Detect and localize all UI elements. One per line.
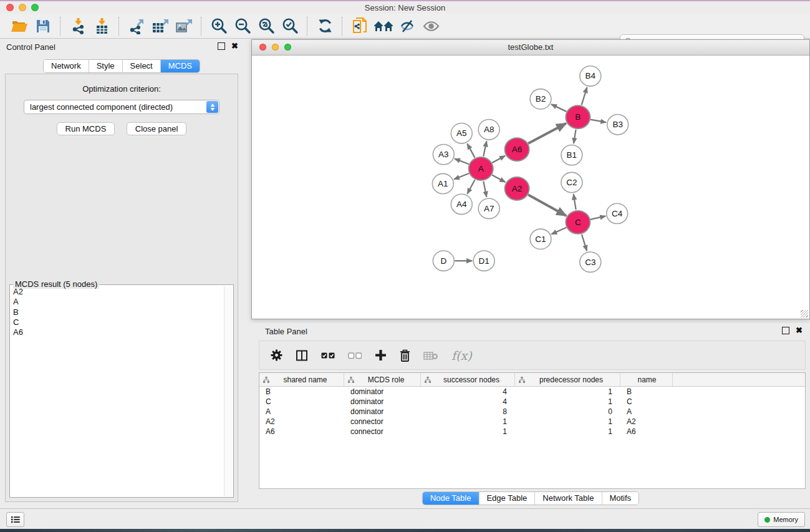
create-column-plus-icon[interactable]	[375, 349, 387, 361]
tab-mcds[interactable]: MCDS	[161, 60, 200, 72]
node-D1[interactable]: D1	[473, 251, 494, 271]
node-A3[interactable]: A3	[433, 144, 454, 164]
column-header-name[interactable]: name	[620, 373, 673, 386]
table-tab-network-table[interactable]: Network Table	[535, 492, 602, 505]
node-C1[interactable]: C1	[530, 229, 551, 249]
import-table-icon[interactable]	[90, 16, 113, 37]
node-A4[interactable]: A4	[451, 194, 472, 214]
node-B4[interactable]: B4	[580, 66, 601, 86]
cell[interactable]: C	[620, 397, 673, 407]
edge-C-C4[interactable]	[591, 216, 605, 219]
delete-column-trash-icon[interactable]	[400, 349, 410, 362]
cell[interactable]: A2	[620, 417, 673, 427]
zoom-selected-icon[interactable]	[278, 16, 302, 37]
cell[interactable]: 8	[421, 407, 515, 417]
table-tab-node-table[interactable]: Node Table	[423, 492, 480, 505]
node-A8[interactable]: A8	[478, 120, 499, 140]
table-tab-edge-table[interactable]: Edge Table	[479, 492, 535, 505]
cell[interactable]: 1	[515, 387, 620, 397]
zoom-out-icon[interactable]	[231, 16, 254, 37]
cell[interactable]: 1	[515, 397, 620, 407]
export-network-icon[interactable]	[125, 16, 148, 37]
edge-A-A4[interactable]	[467, 180, 475, 194]
edge-B-B4[interactable]	[582, 87, 587, 105]
edge-B-B3[interactable]	[591, 120, 606, 123]
cell[interactable]: A	[620, 407, 673, 417]
show-details-eye-icon[interactable]	[419, 16, 443, 37]
edge-A-A3[interactable]	[455, 158, 469, 164]
result-item-b[interactable]: B	[11, 307, 224, 317]
zoom-in-icon[interactable]	[207, 16, 231, 37]
close-panel-icon[interactable]: ✖	[231, 42, 238, 50]
clone-network-icon[interactable]	[348, 16, 372, 37]
select-all-icon[interactable]	[321, 352, 335, 359]
cell[interactable]: C	[259, 397, 344, 407]
cell[interactable]: dominator	[344, 407, 421, 417]
result-scrollbar[interactable]	[224, 286, 233, 496]
task-history-button[interactable]	[6, 512, 24, 527]
node-C3[interactable]: C3	[580, 252, 601, 272]
table-row-a2[interactable]: A2connector11A2	[259, 417, 805, 427]
table-row-b[interactable]: Bdominator41B	[259, 387, 805, 397]
edge-A-A2[interactable]	[492, 175, 505, 182]
result-item-a[interactable]: A	[11, 297, 224, 307]
resize-grip[interactable]	[801, 310, 808, 317]
node-A2[interactable]: A2	[505, 177, 529, 200]
network-canvas[interactable]: B4B2BB3A8A5A6A3B1AC2A1A2A4A7C4CC1C3DD1	[252, 56, 809, 319]
cell[interactable]: dominator	[344, 397, 421, 407]
table-settings-gear-icon[interactable]	[271, 349, 282, 361]
export-image-icon[interactable]	[172, 16, 196, 37]
import-network-icon[interactable]	[66, 16, 90, 37]
cell[interactable]: 1	[515, 427, 620, 437]
cell[interactable]: dominator	[344, 387, 421, 397]
node-A6[interactable]: A6	[505, 138, 529, 161]
table-tab-motifs[interactable]: Motifs	[602, 492, 639, 505]
edge-B-B1[interactable]	[574, 130, 576, 143]
open-session-icon[interactable]	[7, 16, 31, 37]
home-icon[interactable]	[372, 16, 395, 37]
table-row-a[interactable]: Adominator80A	[259, 407, 805, 417]
column-header-mcds-role[interactable]: MCDS role	[344, 373, 421, 386]
cell[interactable]: 1	[421, 427, 515, 437]
edge-A-A8[interactable]	[483, 141, 486, 156]
tab-network[interactable]: Network	[44, 60, 89, 72]
tab-style[interactable]: Style	[89, 60, 123, 72]
cell[interactable]: B	[620, 387, 673, 397]
zoom-fit-icon[interactable]	[254, 16, 278, 37]
node-C[interactable]: C	[566, 211, 590, 234]
edge-C-C1[interactable]	[551, 228, 566, 235]
node-D[interactable]: D	[433, 251, 454, 271]
node-B1[interactable]: B1	[561, 145, 582, 165]
result-item-a6[interactable]: A6	[11, 327, 224, 337]
cell[interactable]: 1	[421, 417, 515, 427]
close-panel-button[interactable]: Close panel	[127, 122, 187, 135]
criterion-select[interactable]: largest connected component (directed)	[24, 100, 219, 114]
edge-A-A5[interactable]	[467, 143, 475, 157]
cell[interactable]: A2	[259, 417, 344, 427]
edge-C-C2[interactable]	[574, 194, 576, 210]
cell[interactable]: B	[259, 387, 344, 397]
node-A7[interactable]: A7	[478, 198, 499, 218]
cell[interactable]: connector	[344, 427, 421, 437]
table-row-c[interactable]: Cdominator41C	[259, 397, 805, 407]
edge-C-C3[interactable]	[582, 235, 587, 251]
export-table-icon[interactable]	[148, 16, 172, 37]
edge-A-A1[interactable]	[454, 173, 469, 179]
deselect-all-icon[interactable]	[348, 352, 362, 359]
column-header-predecessor-nodes[interactable]: predecessor nodes	[515, 373, 620, 386]
save-session-icon[interactable]	[31, 16, 55, 37]
memory-button[interactable]: Memory	[758, 512, 805, 527]
edge-A2-C[interactable]	[528, 195, 566, 216]
node-B[interactable]: B	[566, 105, 590, 128]
apply-layout-icon[interactable]	[313, 16, 337, 37]
table-row-a6[interactable]: A6connector11A6	[259, 427, 805, 437]
hide-annotations-icon[interactable]	[395, 16, 419, 37]
network-window-titlebar[interactable]: testGlobe.txt	[252, 40, 809, 56]
show-columns-icon[interactable]	[296, 349, 308, 362]
float-panel-icon[interactable]	[218, 42, 225, 50]
node-C4[interactable]: C4	[607, 203, 628, 223]
float-table-panel-icon[interactable]	[782, 327, 789, 334]
edge-B-B2[interactable]	[551, 104, 566, 112]
node-A1[interactable]: A1	[432, 173, 453, 193]
cell[interactable]: 1	[515, 417, 620, 427]
